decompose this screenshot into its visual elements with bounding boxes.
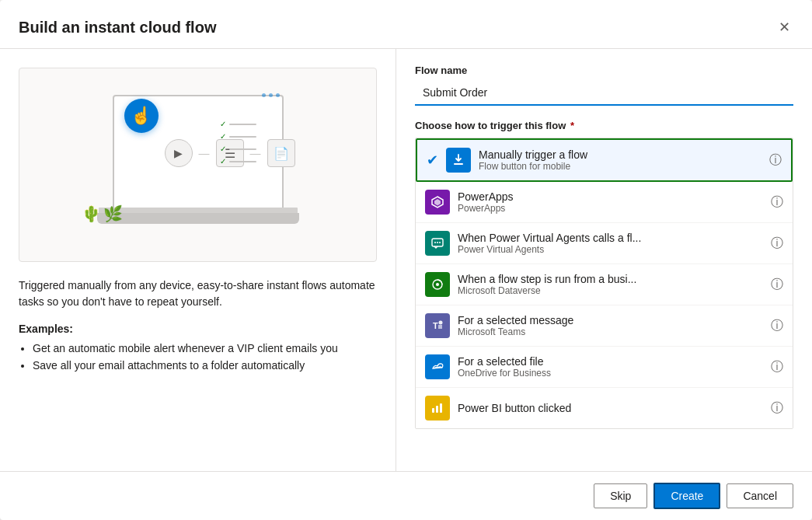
- dialog-header: Build an instant cloud flow ✕: [0, 0, 812, 49]
- trigger-name-manually: Manually trigger a flow: [479, 148, 761, 161]
- svg-rect-11: [432, 408, 434, 413]
- trigger-label: Choose how to trigger this flow *: [415, 120, 793, 131]
- svg-rect-13: [440, 403, 442, 413]
- deco-dot-1: [262, 93, 266, 97]
- check-bar-1: [229, 124, 256, 125]
- svg-point-8: [436, 283, 439, 286]
- trigger-icon-powerbi: [425, 396, 450, 421]
- trigger-item-onedrive[interactable]: For a selected file OneDrive for Busines…: [416, 347, 793, 388]
- trigger-text-pva: When Power Virtual Agents calls a fl... …: [458, 232, 763, 255]
- info-icon-manually[interactable]: ⓘ: [769, 152, 782, 169]
- info-icon-dataverse[interactable]: ⓘ: [771, 277, 783, 293]
- trigger-item-pva[interactable]: When Power Virtual Agents calls a fl... …: [416, 223, 793, 264]
- svg-rect-12: [436, 406, 438, 413]
- laptop-base: [97, 213, 299, 224]
- check-mark-1: ✓: [220, 120, 226, 128]
- create-button[interactable]: Create: [653, 483, 720, 509]
- info-icon-teams[interactable]: ⓘ: [771, 318, 783, 334]
- check-line-4: ✓: [220, 157, 267, 166]
- deco-dot-2: [269, 93, 273, 97]
- plants: 🌵 🌿: [82, 204, 123, 223]
- trigger-name-dataverse: When a flow step is run from a busi...: [458, 273, 763, 285]
- required-star: *: [567, 120, 574, 131]
- trigger-subtitle-teams: Microsoft Teams: [458, 326, 763, 337]
- trigger-icon-dataverse: [425, 272, 450, 297]
- trigger-list: ✔ Manually trigger a flow Flow button fo…: [415, 138, 793, 429]
- trigger-subtitle-dataverse: Microsoft Dataverse: [458, 285, 763, 296]
- checklist-box: ✓ ✓ ✓ ✓: [220, 120, 267, 169]
- dialog-title: Build an instant cloud flow: [19, 19, 216, 37]
- deco-dot-3: [276, 93, 280, 97]
- check-mark-4: ✓: [220, 157, 226, 166]
- svg-point-4: [434, 242, 436, 243]
- selected-check-icon: ✔: [427, 152, 438, 169]
- flow-node-2: 📄: [267, 139, 295, 167]
- trigger-icon-teams: T: [425, 313, 450, 338]
- dialog-body: ▶ — ☰ — 📄 ✓: [0, 49, 812, 471]
- trigger-text-teams: For a selected message Microsoft Teams: [458, 314, 763, 337]
- info-icon-pva[interactable]: ⓘ: [771, 236, 783, 252]
- trigger-subtitle-onedrive: OneDrive for Business: [458, 368, 763, 379]
- trigger-item-powerapps[interactable]: PowerApps PowerApps ⓘ: [416, 182, 793, 223]
- trigger-item-manually[interactable]: ✔ Manually trigger a flow Flow button fo…: [416, 138, 793, 182]
- flow-name-label: Flow name: [415, 65, 793, 76]
- check-mark-2: ✓: [220, 132, 226, 141]
- trigger-icon-manually: [446, 148, 471, 173]
- trigger-icon-powerapps: [425, 190, 450, 215]
- examples-title: Examples:: [19, 323, 377, 335]
- example-item-2: Save all your email attachments to a fol…: [33, 357, 377, 374]
- trigger-text-dataverse: When a flow step is run from a busi... M…: [458, 273, 763, 296]
- plant-icon-1: 🌵: [82, 204, 101, 223]
- trigger-subtitle-manually: Flow button for mobile: [479, 161, 761, 172]
- description-text: Triggered manually from any device, easy…: [19, 277, 377, 310]
- info-icon-onedrive[interactable]: ⓘ: [771, 359, 783, 375]
- svg-rect-0: [454, 163, 463, 165]
- deco-dots: [262, 93, 280, 97]
- trigger-name-powerapps: PowerApps: [458, 190, 763, 203]
- svg-point-5: [437, 242, 438, 243]
- close-button[interactable]: ✕: [775, 16, 793, 39]
- trigger-item-dataverse[interactable]: When a flow step is run from a busi... M…: [416, 264, 793, 305]
- check-bar-2: [229, 136, 256, 138]
- play-node: ▶: [165, 139, 193, 167]
- trigger-subtitle-pva: Power Virtual Agents: [458, 244, 763, 255]
- trigger-icon-pva: [425, 231, 450, 256]
- skip-button[interactable]: Skip: [594, 483, 647, 508]
- dialog-footer: Skip Create Cancel: [0, 471, 812, 520]
- check-line-2: ✓: [220, 132, 267, 141]
- trigger-item-powerbi[interactable]: Power BI button clicked ⓘ: [416, 388, 793, 428]
- info-icon-powerbi[interactable]: ⓘ: [771, 400, 783, 417]
- touch-icon: ☝: [124, 99, 159, 133]
- illustration: ▶ — ☰ — 📄 ✓: [19, 68, 377, 262]
- svg-text:T: T: [433, 321, 438, 330]
- trigger-icon-onedrive: [425, 354, 450, 379]
- build-instant-flow-dialog: Build an instant cloud flow ✕ ▶ — ☰ —: [0, 0, 812, 520]
- check-bar-3: [229, 148, 256, 150]
- svg-point-6: [439, 242, 441, 243]
- right-panel: Flow name Choose how to trigger this flo…: [396, 49, 812, 471]
- trigger-text-powerapps: PowerApps PowerApps: [458, 190, 763, 214]
- trigger-name-pva: When Power Virtual Agents calls a fl...: [458, 232, 763, 244]
- trigger-text-manually: Manually trigger a flow Flow button for …: [479, 148, 761, 172]
- svg-marker-2: [434, 199, 441, 206]
- check-line-3: ✓: [220, 145, 267, 153]
- trigger-name-onedrive: For a selected file: [458, 355, 763, 368]
- trigger-text-onedrive: For a selected file OneDrive for Busines…: [458, 355, 763, 379]
- trigger-subtitle-powerapps: PowerApps: [458, 203, 763, 214]
- cancel-button[interactable]: Cancel: [727, 483, 793, 508]
- trigger-text-powerbi: Power BI button clicked: [458, 402, 763, 414]
- examples-list: Get an automatic mobile alert whenever a…: [19, 340, 377, 375]
- trigger-name-powerbi: Power BI button clicked: [458, 402, 763, 414]
- plant-icon-2: 🌿: [103, 204, 123, 223]
- check-line-1: ✓: [220, 120, 267, 128]
- check-bar-4: [229, 161, 256, 162]
- trigger-name-teams: For a selected message: [458, 314, 763, 326]
- trigger-item-teams[interactable]: T For a selected message Microsoft Teams…: [416, 305, 793, 347]
- info-icon-powerapps[interactable]: ⓘ: [771, 194, 783, 211]
- check-mark-3: ✓: [220, 145, 226, 153]
- example-item-1: Get an automatic mobile alert whenever a…: [33, 340, 377, 357]
- illustration-inner: ▶ — ☰ — 📄 ✓: [74, 87, 322, 243]
- left-panel: ▶ — ☰ — 📄 ✓: [0, 49, 396, 471]
- flow-name-input[interactable]: [415, 81, 793, 106]
- svg-point-10: [439, 321, 443, 325]
